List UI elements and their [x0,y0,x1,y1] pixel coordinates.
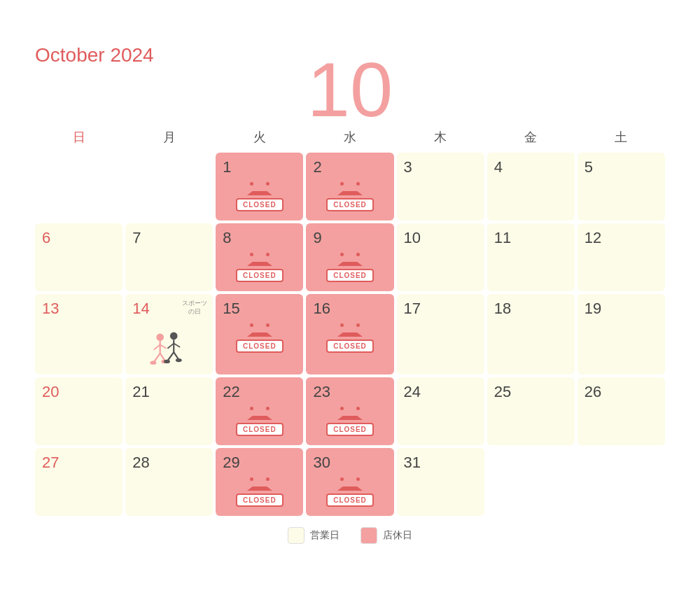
closed-label: CLOSED [236,423,284,436]
closed-sign: CLOSED [223,251,296,282]
calendar-wrapper: October 2024 10 日 月 火 水 木 金 土 1 CLOSED 2 [14,30,686,565]
dow-monday: 月 [125,125,213,150]
day-19: 19 [578,294,665,374]
day-25: 25 [487,377,575,445]
day-number: 10 [404,229,477,247]
legend-open-label: 営業日 [310,529,340,542]
day-number: 17 [404,300,477,318]
legend: 営業日 店休日 [35,527,665,544]
day-number: 9 [313,229,386,247]
day-12: 12 [578,223,665,291]
day-14: 14 スポーツの日 [125,294,213,374]
day-23: 23 CLOSED [306,377,393,445]
svg-line-10 [167,352,174,360]
day-number: 12 [584,229,658,247]
day-9: 9 CLOSED [306,223,393,291]
closed-sign: CLOSED [223,476,296,507]
big-month-number: 10 [307,51,393,128]
closed-sign: CLOSED [313,476,386,507]
svg-point-12 [150,361,156,365]
legend-closed-box [360,527,377,544]
day-number: 22 [223,383,296,401]
day-8: 8 CLOSED [216,223,303,291]
day-28: 28 [125,448,213,516]
day-2: 2 CLOSED [306,153,393,220]
closed-label: CLOSED [326,340,374,353]
day-20: 20 [35,377,122,445]
dow-saturday: 土 [578,125,665,150]
svg-line-3 [160,344,166,348]
day-number: 24 [404,383,477,401]
day-number: 25 [494,383,568,401]
day-number: 19 [584,300,658,318]
svg-line-8 [167,344,174,349]
day-number: 21 [132,383,206,401]
day-number: 5 [584,158,658,176]
closed-sign: CLOSED [313,251,386,282]
holiday-label: スポーツの日 [182,300,207,316]
svg-point-15 [176,358,182,362]
dow-thursday: 木 [397,125,484,150]
day-6: 6 [35,223,122,291]
empty-cell [35,153,122,220]
day-number: 8 [223,229,296,247]
day-number: 16 [313,300,386,318]
year: 2024 [110,44,153,66]
closed-sign: CLOSED [223,405,296,436]
day-24: 24 [397,377,484,445]
closed-sign: CLOSED [223,181,296,211]
day-15: 15 CLOSED [216,294,303,374]
empty-cell [125,153,213,220]
day-11: 11 [487,223,575,291]
day-16: 16 CLOSED [306,294,393,374]
day-number: 2 [313,158,386,176]
day-number: 4 [494,158,568,176]
legend-closed-label: 店休日 [383,529,412,542]
legend-open-box [288,527,304,544]
day-number: 15 [223,300,296,318]
day-number: 18 [494,300,568,318]
day-13: 13 [35,294,122,374]
runner-figure [132,330,206,369]
day-number: 27 [42,454,115,472]
closed-label: CLOSED [236,493,284,507]
empty-cell [487,448,575,516]
day-18: 18 [487,294,575,374]
legend-closed: 店休日 [360,527,412,544]
day-number: 30 [313,454,386,472]
closed-label: CLOSED [326,198,374,211]
day-number: 3 [404,158,477,176]
dow-friday: 金 [487,125,575,150]
svg-point-14 [164,360,170,363]
svg-line-4 [153,354,160,362]
closed-sign: CLOSED [313,181,386,211]
day-number: 13 [42,300,115,318]
day-4: 4 [487,153,575,220]
day-number: 28 [132,454,206,472]
day-22: 22 CLOSED [216,377,303,445]
closed-label: CLOSED [326,269,374,282]
day-17: 17 [397,294,484,374]
day-number: 23 [313,383,386,401]
day-number: 6 [42,229,115,247]
calendar-grid: 1 CLOSED 2 CLOSED 3 4 5 6 [35,153,665,516]
day-30: 30 CLOSED [306,448,393,516]
dow-sunday: 日 [35,125,122,150]
legend-open: 営業日 [288,527,340,544]
closed-label: CLOSED [236,340,284,353]
day-29: 29 CLOSED [216,448,303,516]
svg-line-9 [174,344,180,347]
closed-label: CLOSED [326,423,374,436]
day-27: 27 [35,448,122,516]
closed-sign: CLOSED [313,405,386,436]
closed-sign: CLOSED [313,322,386,353]
closed-label: CLOSED [326,493,374,507]
header-top: October 2024 10 [35,44,665,121]
day-1: 1 CLOSED [216,153,303,220]
svg-line-2 [153,344,160,349]
day-7: 7 [125,223,213,291]
day-number: 29 [223,454,296,472]
day-3: 3 [397,153,484,220]
day-number: 31 [404,454,477,472]
day-26: 26 [578,377,665,445]
